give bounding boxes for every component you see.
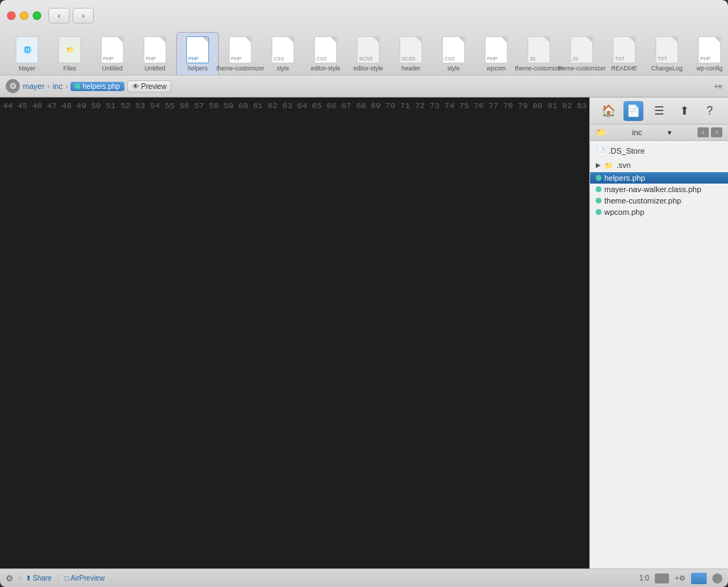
airpreview-label: AirPreview [70,574,105,582]
main-window: ‹ › 🌐 Mayer 📁 Files PHP [0,0,728,587]
tab-files[interactable]: 📁 Files [48,32,91,75]
tab-icon-style-css: CSS [272,36,294,63]
folder-icon: 📁 [596,127,606,137]
folder-name: inc [632,128,642,137]
breadcrumb: mayer › inc › helpers.php [23,82,124,91]
file-item-dsstore[interactable]: 📄 .DS_Store [590,144,728,158]
file-name-theme-customizer: theme-customizer.php [604,196,681,205]
breadcrumb-inc[interactable]: inc [53,82,63,90]
back-button[interactable]: ‹ [48,8,70,23]
tab-label-helpers: helpers [188,65,208,72]
panel-folder-row: 📁 inc ▾ ‹ › [590,125,728,141]
file-item-wpcom[interactable]: wpcom.php [590,206,728,218]
file-tree: 📄 .DS_Store ▶ 📁 .svn helpers.php ma [590,141,728,569]
tabs-row: 🌐 Mayer 📁 Files PHP Untitled [0,28,728,75]
tab-icon-theme-customizer-php: PHP [229,36,252,63]
folder-nav-buttons: ‹ › [697,127,722,137]
tab-label-wpcom-php: wpcom [487,65,506,72]
tab-label-changelog-txt: ChangeLog [651,65,682,72]
file-dot-theme-customizer [596,198,601,203]
tab-label-theme-customizer-php: theme-customizer [216,65,264,72]
tab-helpers[interactable]: PHP helpers [176,32,219,75]
tab-label-theme-customizer-js: theme-customizer [515,65,563,72]
tab-icon-theme-customizer-js2: JS [570,36,593,63]
airpreview-button[interactable]: □ AirPreview [65,574,105,582]
statusbar-gear[interactable]: ⚙ [6,573,14,583]
folder-nav-forward[interactable]: › [711,127,722,137]
file-item-svn[interactable]: ▶ 📁 .svn [590,158,728,172]
file-dot-mayer-nav-walker [596,186,601,192]
tab-wpcom-php[interactable]: PHP wpcom [475,32,518,75]
right-panel-header: 🏠 📄 ☰ ⬆ ? [590,97,728,125]
zoom-indicator [655,573,669,583]
active-tab-indicator[interactable] [691,573,707,584]
file-item-helpers[interactable]: helpers.php [590,172,728,184]
tab-untitled-2[interactable]: PHP Untitled [134,32,176,75]
tab-icon-helpers: PHP [186,36,209,63]
tab-theme-customizer-js[interactable]: JS theme-customizer [518,32,560,75]
tab-readme-txt[interactable]: TXT README [603,32,646,75]
preview-button[interactable]: 👁 Preview [127,80,172,92]
preview-label: Preview [141,83,167,90]
breadcrumb-sep1: › [48,83,50,90]
file-dot-helpers [596,175,601,181]
settings-plus[interactable]: +⚙ [675,574,685,582]
share-icon: ⬆ [26,574,31,582]
eye-icon: 👁 [132,83,139,90]
right-panel: 🏠 📄 ☰ ⬆ ? 📁 inc ▾ ‹ › 📄 .DS_Store [589,97,728,569]
tab-icon-files: 📁 [58,36,81,63]
forward-button[interactable]: › [73,8,94,23]
tab-editor-style-scss[interactable]: SCSS editor-style [347,32,390,75]
statusbar-right: 1:0 +⚙ [639,573,722,584]
folder-nav-back[interactable]: ‹ [697,127,709,137]
statusbar: ⚙ ▾ ⬆ Share | □ AirPreview 1:0 +⚙ [0,569,728,587]
tab-mayer[interactable]: 🌐 Mayer [6,32,48,75]
maximize-button[interactable] [33,11,41,20]
toolbar-right: +≡ [714,83,722,90]
tab-theme-customizer-php[interactable]: PHP theme-customizer [219,32,262,75]
tab-label-style-css: style [277,65,289,72]
panel-files-button[interactable]: 📄 [623,101,643,121]
toolbar-plus-minus: +≡ [714,83,722,90]
tab-editor-style-css[interactable]: CSS editor-style [304,32,347,75]
share-label: Share [33,574,52,582]
breadcrumb-filename: helpers.php [82,83,119,90]
share-button[interactable]: ⬆ Share [26,574,52,582]
code-area[interactable]: 44 45 46 47 48 49 50 51 52 53 54 55 56 5… [0,97,589,569]
tab-untitled-1[interactable]: PHP Untitled [91,32,134,75]
tab-label-style-css2: style [447,65,459,72]
tab-icon-editor-style-scss: SCSS [357,36,380,63]
tab-label-wpconfig-php: wp-config [697,65,722,72]
tab-wpconfig-php[interactable]: PHP wp-config [688,32,728,75]
tab-label-files: Files [63,65,76,72]
tab-style-css2[interactable]: CSS style [432,32,475,75]
close-button[interactable] [7,11,16,20]
folder-triangle-svn: ▶ [596,162,601,169]
file-name-dsstore: .DS_Store [609,147,645,155]
file-name-mayer-nav-walker: mayer-nav-walker.class.php [604,185,701,194]
panel-help-button[interactable]: ? [700,101,719,121]
php-file-dot [75,83,80,89]
tab-label-header-scss: header [402,65,420,72]
settings-button[interactable]: ⚙ [6,79,20,93]
tab-icon-style-css2: CSS [442,36,465,63]
breadcrumb-sep2: › [65,83,68,90]
tab-icon-untitled1: PHP [101,36,124,63]
panel-upload-button[interactable]: ⬆ [675,101,695,121]
tab-label-readme-txt: README [611,65,637,72]
sync-button[interactable] [712,573,722,583]
tab-icon-mayer: 🌐 [16,36,38,63]
tab-header-scss[interactable]: SCSS header [390,32,432,75]
tab-theme-customizer-js2[interactable]: JS theme-customizer [560,32,603,75]
tab-style-css[interactable]: CSS style [262,32,304,75]
panel-home-button[interactable]: 🏠 [599,101,619,121]
tab-label-mayer: Mayer [18,65,36,72]
file-item-theme-customizer[interactable]: theme-customizer.php [590,195,728,206]
breadcrumb-current-file[interactable]: helpers.php [70,82,124,91]
breadcrumb-mayer[interactable]: mayer [23,82,45,90]
file-item-mayer-nav-walker[interactable]: mayer-nav-walker.class.php [590,184,728,195]
code-editor[interactable]: 44 45 46 47 48 49 50 51 52 53 54 55 56 5… [0,97,589,569]
tab-changelog-txt[interactable]: TXT ChangeLog [646,32,688,75]
minimize-button[interactable] [20,11,28,20]
panel-list-button[interactable]: ☰ [649,101,669,121]
